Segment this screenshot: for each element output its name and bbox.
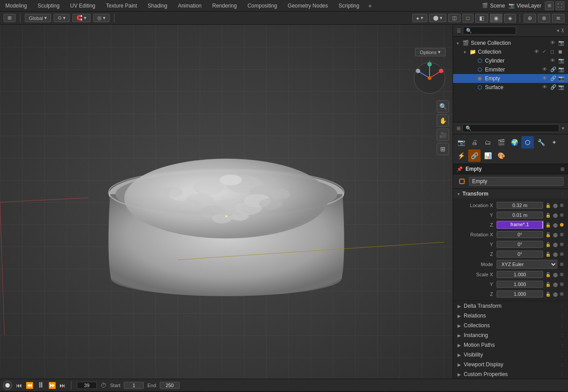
rotation-y-anim-icon[interactable]: ⬤ [552,242,558,247]
rotation-x-anim-icon[interactable]: ⬤ [552,232,558,237]
end-frame-input[interactable] [160,382,180,389]
props-data-btn[interactable]: 📊 [481,149,494,162]
viewport-display-section[interactable]: ▶ Viewport Display :: [453,360,568,369]
rotation-x-lock-icon[interactable]: 🔓 [545,232,551,237]
menu-scripting[interactable]: Scripting [337,2,361,10]
emmiter-view-icon[interactable]: 👁 [542,67,548,73]
location-z-anim-icon[interactable]: ⬤ [552,223,558,227]
options-button[interactable]: Options ▾ [415,48,446,56]
shading-type-material[interactable]: ◉ [490,14,502,23]
editor-type-selector[interactable]: ⊞ [4,14,16,22]
step-back-button[interactable]: ⏪ [26,382,33,389]
props-object-btn[interactable]: ⬡ [521,136,534,149]
menu-sculpting[interactable]: Sculpting [36,2,61,10]
pivot-point-selector[interactable]: ⊙ ▾ [54,14,70,22]
props-particles-btn[interactable]: ✦ [548,136,560,149]
transform-mode-selector[interactable]: Global ▾ [25,14,51,22]
surface-view-icon[interactable]: 👁 [542,84,548,90]
props-view-layer-btn[interactable]: 🗂 [481,136,494,149]
start-frame-input[interactable] [124,382,144,389]
props-output-btn[interactable]: 🖨 [468,136,481,149]
collection-render-icon[interactable]: ◼ [558,49,564,55]
props-options-icon[interactable]: ⊞ [560,166,564,172]
overlay-toggle[interactable]: ⊗ [538,14,550,23]
jump-to-end-button[interactable]: ⏭ [59,382,66,389]
empty-view-icon[interactable]: 👁 [542,75,548,82]
props-constraints-btn[interactable]: 🔗 [468,149,481,162]
location-z-lock-icon[interactable]: 🔓 [545,223,551,227]
collection-hide-icon[interactable]: ◻ [550,49,556,55]
add-workspace-button[interactable]: + [368,2,372,9]
rotation-y-lock-icon[interactable]: 🔓 [545,242,551,247]
render-icon[interactable]: 📷 [558,40,564,46]
props-search-input[interactable] [462,124,559,132]
menu-animation[interactable]: Animation [176,2,203,10]
scale-y-input[interactable]: 1.000 [497,281,543,288]
emmiter-constrain-icon[interactable]: 🔗 [550,67,556,73]
cylinder-render-icon[interactable]: 📷 [558,58,564,64]
menu-rendering[interactable]: Rendering [210,2,238,10]
props-world-btn[interactable]: 🌍 [508,136,521,149]
props-scene-btn[interactable]: 🎬 [495,136,507,149]
menu-geometry-nodes[interactable]: Geometry Nodes [286,2,330,10]
menu-modeling[interactable]: Modeling [4,2,29,10]
location-y-anim-icon[interactable]: ⬤ [552,213,558,218]
current-frame-input[interactable] [77,382,97,389]
visibility-icon[interactable]: 👁 [550,40,556,46]
props-material-btn[interactable]: 🎨 [495,149,507,162]
navigation-gizmo[interactable]: Z [412,60,447,96]
location-y-input[interactable]: 0.01 m [497,212,543,219]
shading-type-render[interactable]: ◈ [504,14,516,23]
location-x-anim-icon[interactable]: ⬤ [552,203,558,208]
shading-type-solid[interactable]: ◧ [475,14,488,23]
menu-compositing[interactable]: Compositing [246,2,279,10]
rotation-y-input[interactable]: 0° [497,241,543,248]
collections-section[interactable]: ▶ Collections :: [453,321,568,330]
props-physics-btn[interactable]: ⚡ [455,149,467,162]
rotation-x-input[interactable]: 0° [497,231,543,238]
location-z-input[interactable]: frame*.1 [497,221,543,229]
proportional-editing[interactable]: ◎ ▾ [93,14,110,22]
view-all-button[interactable]: ⊞ [437,143,449,155]
jump-to-start-button[interactable]: ⏮ [16,382,22,389]
play-button[interactable]: ⏸ [37,380,45,390]
empty-render-icon[interactable]: 📷 [558,75,564,82]
menu-texture-paint[interactable]: Texture Paint [104,2,139,10]
outliner-item-cylinder[interactable]: ▶ ⬡ Cylinder 👁 📷 [453,56,568,65]
props-modifier-btn[interactable]: 🔧 [535,136,547,149]
outliner-item-scene-collection[interactable]: ▾ 🎬 Scene Collection 👁 📷 [453,39,568,47]
expand-icon[interactable]: ▾ [457,41,462,46]
gizmo-toggle[interactable]: ⊕ [524,14,536,23]
zoom-in-button[interactable]: 🔍 [437,100,449,113]
scale-z-lock-icon[interactable]: 🔓 [545,292,551,297]
expand-icon-collection[interactable]: ▾ [464,50,469,55]
editor-type-button[interactable]: ⊞ [545,1,554,10]
record-button[interactable] [3,380,12,390]
rotation-mode-select[interactable]: XYZ Euler [497,260,557,269]
location-y-lock-icon[interactable]: 🔓 [545,213,551,218]
rotation-z-input[interactable]: 0° [497,251,543,258]
outliner-item-empty[interactable]: ▶ ⊕ Empty 👁 🔗 📷 [453,74,568,83]
orbit-button[interactable]: 🎥 [437,129,449,141]
empty-constrain-icon[interactable]: 🔗 [550,75,556,82]
collection-select-icon[interactable]: ✓ [542,49,548,55]
scale-x-input[interactable]: 1.000 [497,271,543,278]
menu-shading[interactable]: Shading [146,2,169,10]
scale-z-input[interactable]: 1.000 [497,290,543,298]
relations-section[interactable]: ▶ Relations :: [453,311,568,321]
transform-section-header[interactable]: ▾ Transform :: [453,189,568,199]
pan-button[interactable]: ✋ [437,114,449,127]
snap-selector[interactable]: 🧲 ▾ [72,14,91,22]
viewport-3d[interactable]: Z 🔍 ✋ 🎥 ⊞ Options [0,25,453,379]
outliner-item-emmiter[interactable]: ▶ ⬡ Emmiter 👁 🔗 📷 [453,65,568,74]
outliner-filter-btn[interactable]: ▾ [557,28,560,34]
scale-x-anim-icon[interactable]: ⬤ [552,272,558,277]
custom-properties-section[interactable]: ▶ Custom Properties :: [453,369,568,379]
surface-render-icon[interactable]: 📷 [558,84,564,90]
cylinder-view-icon[interactable]: 👁 [550,58,556,64]
props-filter-btn[interactable]: ▾ [562,125,564,131]
location-x-lock-icon[interactable]: 🔓 [545,203,551,208]
step-forward-button[interactable]: ⏩ [48,382,56,389]
object-name-input[interactable] [469,177,564,186]
fullscreen-button[interactable]: ⛶ [556,1,564,10]
